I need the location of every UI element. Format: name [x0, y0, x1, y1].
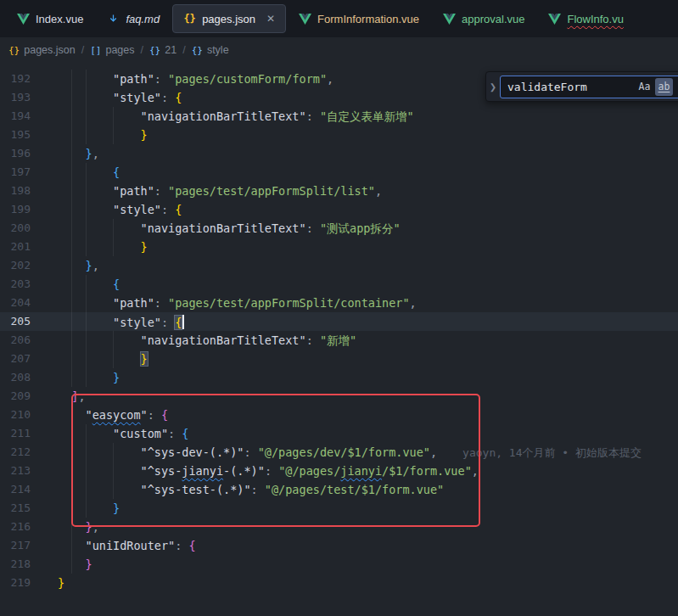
code-line-217[interactable]: 217 "uniIdRouter": { — [0, 536, 678, 555]
line-content: "style": { — [31, 200, 182, 219]
code-token: "@/pages/test/$1/form.vue" — [265, 483, 444, 496]
code-token: "新增" — [320, 333, 356, 347]
code-line-213[interactable]: 213 "^sys-jianyi-(.*)": "@/pages/jianyi/… — [0, 462, 678, 480]
code-line-216[interactable]: 216 }, — [0, 518, 678, 536]
code-line-206[interactable]: 206 "navigationBarTitleText": "新增" — [0, 331, 678, 350]
line-number: 215 — [0, 499, 31, 518]
code-token: } — [86, 147, 92, 160]
code-token: { — [175, 316, 182, 329]
code-line-218[interactable]: 218 } — [0, 555, 678, 574]
indent-guide — [71, 219, 72, 238]
code-line-211[interactable]: 211 "custom": { — [0, 424, 678, 443]
tab-approval-vue[interactable]: approval.vue — [432, 4, 535, 33]
tab-flowinfo-vu[interactable]: FlowInfo.vu — [537, 4, 634, 33]
code-line-207[interactable]: 207 } — [0, 350, 678, 368]
code-line-203[interactable]: 203 { — [0, 275, 678, 294]
tab-forminformation-vue[interactable]: FormInformation.vue — [288, 4, 430, 33]
code-line-212[interactable]: 212 "^sys-dev-(.*)": "@/pages/dev/$1/for… — [0, 443, 678, 462]
regex-toggle[interactable]: .* — [675, 78, 678, 96]
code-token: " — [141, 408, 148, 422]
line-number: 208 — [0, 368, 31, 387]
code-token: { — [161, 408, 168, 422]
line-content: "easycom": { — [31, 406, 168, 424]
line-content: "navigationBarTitleText": "测试app拆分" — [31, 219, 401, 238]
close-icon[interactable]: ✕ — [266, 14, 275, 24]
code-token: } — [113, 371, 120, 384]
breadcrumb-item-style[interactable]: {}style — [192, 44, 229, 56]
line-number: 207 — [0, 350, 31, 368]
code-token: "^sys-test-(.*)" — [141, 483, 251, 496]
code-token: } — [141, 240, 148, 254]
breadcrumb-item-pages[interactable]: []pages — [90, 44, 134, 56]
tab-index-vue[interactable]: Index.vue — [6, 4, 94, 33]
line-content: { — [31, 163, 120, 182]
code-token: } — [141, 352, 148, 366]
line-number: 201 — [0, 238, 31, 256]
code-line-214[interactable]: 214 "^sys-test-(.*)": "@/pages/test/$1/f… — [0, 480, 678, 499]
line-number: 194 — [0, 107, 31, 126]
tab-faq-md[interactable]: faq.md — [96, 4, 171, 33]
code-line-198[interactable]: 198 "path": "pages/test/appFormSplit/lis… — [0, 182, 678, 200]
find-expand-toggle[interactable]: ❯ — [486, 82, 500, 92]
braces-yellow-icon: {} — [8, 45, 20, 56]
code-line-205[interactable]: 205 "style": { — [0, 312, 678, 331]
code-line-215[interactable]: 215 } — [0, 499, 678, 518]
editor[interactable]: 192 "path": "pages/customForm/form",193 … — [0, 63, 678, 616]
code-token: "^sys- — [141, 464, 182, 478]
line-content: } — [31, 499, 120, 518]
code-line-199[interactable]: 199 "style": { — [0, 200, 678, 219]
indent-guide — [71, 518, 72, 536]
line-content: } — [31, 350, 148, 368]
match-case-toggle[interactable]: Aa — [636, 78, 653, 96]
line-content: "custom": { — [31, 424, 188, 443]
line-content: "path": "pages/test/appFormSplit/contain… — [31, 294, 417, 312]
tab-label: approval.vue — [462, 14, 524, 25]
line-number: 206 — [0, 331, 31, 350]
code-line-196[interactable]: 196 }, — [0, 144, 678, 163]
json-icon: {} — [183, 13, 196, 25]
line-number: 197 — [0, 163, 31, 182]
indent-guide — [86, 200, 87, 219]
indent-guide — [71, 256, 72, 275]
find-query-text[interactable]: validateForm — [507, 81, 634, 93]
line-number: 216 — [0, 518, 31, 536]
breadcrumb-item-pages-json[interactable]: {}pages.json — [8, 44, 76, 56]
code-line-194[interactable]: 194 "navigationBarTitleText": "自定义表单新增" — [0, 107, 678, 126]
line-number: 202 — [0, 256, 31, 275]
line-content: "path": "pages/customForm/form", — [31, 70, 333, 88]
breadcrumb-item-21[interactable]: {}21 — [149, 44, 177, 56]
code-line-195[interactable]: 195 } — [0, 126, 678, 144]
whole-word-toggle[interactable]: ab — [655, 78, 673, 96]
code-line-202[interactable]: 202 }, — [0, 256, 678, 275]
indent-guide — [113, 126, 114, 144]
indent-guide — [71, 499, 72, 518]
code-token: : — [251, 483, 265, 496]
code-token: "style" — [113, 203, 161, 216]
line-number: 198 — [0, 182, 31, 200]
vscode-window: Index.vuefaq.md{}pages.json✕FormInformat… — [0, 0, 678, 63]
line-number: 218 — [0, 555, 31, 574]
code-line-210[interactable]: 210 "easycom": { — [0, 406, 678, 424]
code-line-201[interactable]: 201 } — [0, 238, 678, 256]
find-input[interactable]: validateForm Aa ab .* — [500, 76, 678, 98]
indent-guide — [71, 107, 72, 126]
line-content: "^sys-dev-(.*)": "@/pages/dev/$1/form.vu… — [31, 443, 642, 462]
line-number: 210 — [0, 406, 31, 424]
line-content: } — [31, 126, 148, 144]
code-line-200[interactable]: 200 "navigationBarTitleText": "测试app拆分" — [0, 219, 678, 238]
code-line-209[interactable]: 209 ], — [0, 387, 678, 406]
vue-icon — [443, 13, 456, 25]
code-token: "uniIdRouter" — [86, 539, 176, 552]
code-token: "navigationBarTitleText" — [141, 221, 306, 235]
code-token: "自定义表单新增" — [320, 109, 414, 123]
code-line-208[interactable]: 208 } — [0, 368, 678, 387]
code-token: " — [86, 408, 92, 422]
code-line-197[interactable]: 197 { — [0, 163, 678, 182]
code-line-204[interactable]: 204 "path": "pages/test/appFormSplit/con… — [0, 294, 678, 312]
line-number: 204 — [0, 294, 31, 312]
code-line-219[interactable]: 219} — [0, 574, 678, 592]
indent-guide — [86, 107, 87, 126]
tab-pages-json[interactable]: {}pages.json✕ — [172, 4, 286, 33]
line-number: 195 — [0, 126, 31, 144]
indent-guide — [86, 238, 87, 256]
